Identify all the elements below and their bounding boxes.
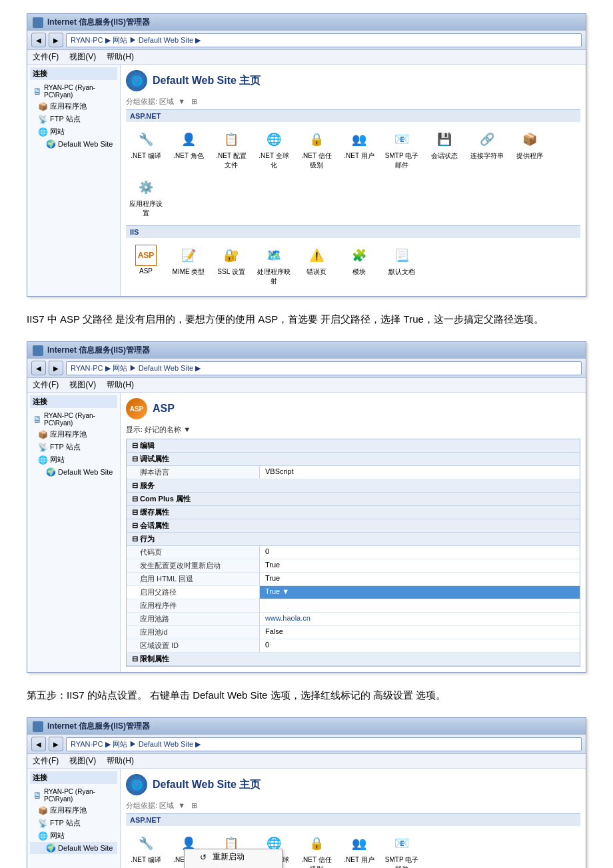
icon-net-user-3[interactable]: 👥 .NET 用户 xyxy=(339,831,379,868)
sidebar-item-sites-3[interactable]: 🌐 网站 xyxy=(30,829,117,842)
address-bar-3[interactable]: RYAN-PC ▶ 网站 ▶ Default Web Site ▶ xyxy=(66,737,582,751)
menu-view-3[interactable]: 视图(V) xyxy=(69,755,96,767)
iis-body-1: 连接 🖥 RYAN-PC (Ryan-PC\Ryan) 📦 应用程序池 📡 FT… xyxy=(27,65,586,296)
section-session[interactable]: ⊟ 会话属性 xyxy=(127,519,580,533)
icon-net-global[interactable]: 🌐 .NET 全球化 xyxy=(254,127,294,172)
section-cache[interactable]: ⊟ 缓存属性 xyxy=(127,506,580,519)
section-edit[interactable]: ⊟ 编辑 xyxy=(127,439,580,453)
section-service[interactable]: ⊟ 服务 xyxy=(127,479,580,493)
iis-window-3: Internet 信息服务(IIS)管理器 ◀ ▶ RYAN-PC ▶ 网站 ▶… xyxy=(27,717,586,868)
sidebar-item-apppool-2[interactable]: 📦 应用程序池 xyxy=(30,428,117,441)
icon-net-user[interactable]: 👥 .NET 用户 xyxy=(339,127,379,172)
prop-parent-path-name: 启用父路径 xyxy=(127,586,260,599)
menu-restart-label: 重新启动 xyxy=(213,851,245,863)
icon-net-role[interactable]: 👤 .NET 角色 xyxy=(169,127,209,172)
icon-net-compile[interactable]: 🔧 .NET 编译 xyxy=(126,127,166,172)
back-btn[interactable]: ◀ xyxy=(31,33,46,47)
sidebar-item-ftp-2[interactable]: 📡 FTP 站点 xyxy=(30,441,117,453)
icon-net-user-img: 👥 xyxy=(348,129,370,150)
context-menu: ↺ 重新启动 ▶ 启动 ■ 停止 🌐 浏览 xyxy=(184,849,283,868)
icon-ssl[interactable]: 🔐 SSL 设置 xyxy=(211,243,251,288)
iis-title-icon-2 xyxy=(33,345,43,356)
icon-smtp[interactable]: 📧 SMTP 电子邮件 xyxy=(382,127,422,172)
icon-net-compile-3[interactable]: 🔧 .NET 编译 xyxy=(126,831,166,868)
address-bar-1[interactable]: RYAN-PC ▶ 网站 ▶ Default Web Site ▶ xyxy=(66,33,582,47)
icon-errorpage-label: 错误页 xyxy=(306,267,326,277)
address-bar-2[interactable]: RYAN-PC ▶ 网站 ▶ Default Web Site ▶ xyxy=(66,361,582,375)
section-debug[interactable]: ⊟ 调试属性 xyxy=(127,453,580,466)
icon-module[interactable]: 🧩 模块 xyxy=(339,243,379,288)
text-content-2: 第五步：IIS7 的站点设置。 右键单击 Default Web Site 选项… xyxy=(27,686,586,704)
icon-net-trust[interactable]: 🔒 .NET 信任级别 xyxy=(297,127,336,172)
icon-default-doc[interactable]: 📃 默认文档 xyxy=(382,243,422,288)
icon-handler[interactable]: 🗺️ 处理程序映射 xyxy=(254,243,294,288)
menu-help-3[interactable]: 帮助(H) xyxy=(107,755,134,767)
main-title-text-1: Default Web Site 主页 xyxy=(153,74,261,88)
icon-mime-img: 📝 xyxy=(178,245,199,266)
icon-appsettings-label: 应用程序设置 xyxy=(128,199,164,218)
icon-provider-label: 提供程序 xyxy=(516,151,543,161)
icon-asp[interactable]: ASP ASP xyxy=(126,243,166,288)
forward-btn-3[interactable]: ▶ xyxy=(49,737,63,751)
restart-icon: ↺ xyxy=(198,852,209,863)
menu-file-2[interactable]: 文件(F) xyxy=(33,379,59,391)
prop-html-fallback-name: 启用 HTML 回退 xyxy=(127,573,260,585)
icon-session[interactable]: 💾 会话状态 xyxy=(424,127,464,172)
menubar-2: 文件(F) 视图(V) 帮助(H) xyxy=(27,378,586,393)
menu-view[interactable]: 视图(V) xyxy=(69,51,96,63)
icon-handler-img: 🗺️ xyxy=(263,245,285,266)
toolbar-2: ◀ ▶ RYAN-PC ▶ 网站 ▶ Default Web Site ▶ xyxy=(27,359,586,378)
text-content-1: IIS7 中 ASP 父路径 是没有启用的，要想方便的使用 ASP，首选要 开启… xyxy=(27,310,586,328)
prop-html-fallback-val: True xyxy=(260,573,580,585)
section-behavior[interactable]: ⊟ 行为 xyxy=(127,533,580,546)
sidebar-item-default-2[interactable]: 🌍 Default Web Site xyxy=(30,466,117,478)
icon-mime-label: MIME 类型 xyxy=(173,267,205,277)
back-btn-3[interactable]: ◀ xyxy=(31,737,46,751)
forward-btn-2[interactable]: ▶ xyxy=(49,361,63,375)
icon-net-compile-3-label: .NET 编译 xyxy=(131,855,161,865)
icon-net-compile-img: 🔧 xyxy=(135,129,157,150)
sidebar-item-apppool[interactable]: 📦 应用程序池 xyxy=(30,100,117,113)
menu-help-2[interactable]: 帮助(H) xyxy=(107,379,134,391)
prop-app-pool-id-val: False xyxy=(260,626,580,639)
icon-net-trust-img: 🔒 xyxy=(306,129,327,150)
menu-file[interactable]: 文件(F) xyxy=(33,51,59,63)
icon-errorpage[interactable]: ⚠️ 错误页 xyxy=(297,243,336,288)
sidebar-item-root-3[interactable]: 🖥 RYAN-PC (Ryan-PC\Ryan) xyxy=(30,787,117,804)
prop-app-component-val xyxy=(260,599,580,612)
icon-appsettings[interactable]: ⚙️ 应用程序设置 xyxy=(126,175,166,220)
back-btn-2[interactable]: ◀ xyxy=(31,361,46,375)
main-title-3: 🌐 Default Web Site 主页 xyxy=(126,774,580,795)
sidebar-item-default[interactable]: 🌍 Default Web Site xyxy=(30,138,117,150)
sidebar-label-root-3: RYAN-PC (Ryan-PC\Ryan) xyxy=(44,788,115,803)
icon-smtp-3[interactable]: 📧 SMTP 电子邮件 xyxy=(382,831,422,868)
sidebar-label-root-2: RYAN-PC (Ryan-PC\Ryan) xyxy=(44,412,115,427)
sidebar-item-root-2[interactable]: 🖥 RYAN-PC (Ryan-PC\Ryan) xyxy=(30,411,117,428)
icon-connstr[interactable]: 🔗 连接字符串 xyxy=(467,127,507,172)
section-complus[interactable]: ⊟ Com Plus 属性 xyxy=(127,493,580,506)
menu-start[interactable]: ▶ 启动 xyxy=(185,865,282,868)
prop-parent-path: 启用父路径 True ▼ xyxy=(127,586,580,599)
icon-net-config[interactable]: 📋 .NET 配置文件 xyxy=(211,127,251,172)
prop-locale-id-val: 0 xyxy=(260,639,580,652)
menu-file-3[interactable]: 文件(F) xyxy=(33,755,59,767)
sidebar-title-2: 连接 xyxy=(30,395,117,408)
sidebar-item-default-3[interactable]: 🌍 Default Web Site xyxy=(30,842,117,854)
forward-btn[interactable]: ▶ xyxy=(49,33,63,47)
sidebar-label-apppool-3: 应用程序池 xyxy=(50,805,87,815)
sidebar-item-root[interactable]: 🖥 RYAN-PC (Ryan-PC\Ryan) xyxy=(30,83,117,100)
sidebar-item-apppool-3[interactable]: 📦 应用程序池 xyxy=(30,804,117,817)
section-limits[interactable]: ⊟ 限制属性 xyxy=(127,653,580,666)
menu-help[interactable]: 帮助(H) xyxy=(107,51,134,63)
sidebar-item-ftp[interactable]: 📡 FTP 站点 xyxy=(30,113,117,125)
sidebar-item-sites[interactable]: 🌐 网站 xyxy=(30,125,117,138)
asp-show-label: 显示: 好记的名称 ▼ xyxy=(126,425,580,435)
menu-restart[interactable]: ↺ 重新启动 xyxy=(185,849,282,865)
icon-provider[interactable]: 📦 提供程序 xyxy=(510,127,550,172)
icon-mime[interactable]: 📝 MIME 类型 xyxy=(169,243,209,288)
sidebar-item-sites-2[interactable]: 🌐 网站 xyxy=(30,453,117,466)
sidebar-item-ftp-3[interactable]: 📡 FTP 站点 xyxy=(30,817,117,829)
icon-smtp-img: 📧 xyxy=(391,129,412,150)
icon-net-trust-3[interactable]: 🔒 .NET 信任级别 xyxy=(297,831,336,868)
menu-view-2[interactable]: 视图(V) xyxy=(69,379,96,391)
